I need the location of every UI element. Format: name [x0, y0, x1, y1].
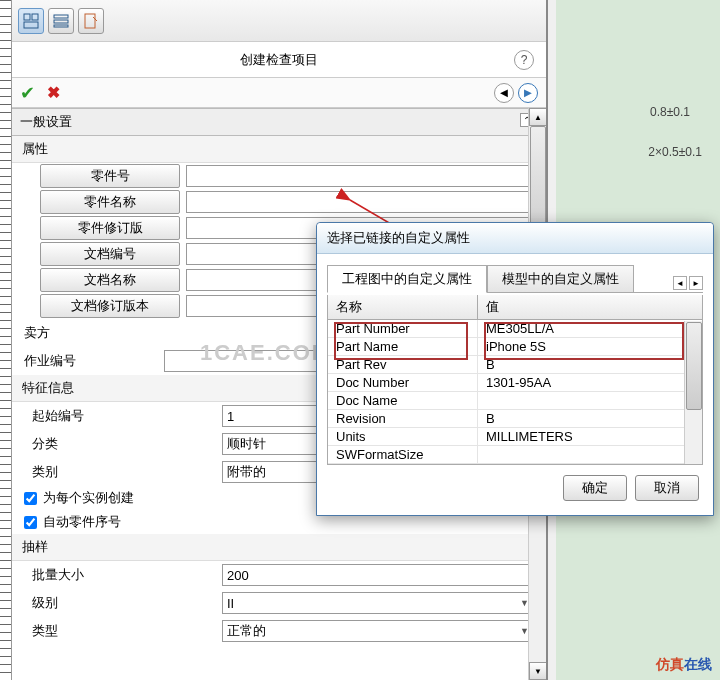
scroll-up-icon[interactable]: ▲ — [529, 108, 546, 126]
part-number-button[interactable]: 零件号 — [40, 164, 180, 188]
col-name: 名称 — [328, 295, 478, 319]
prev-arrow-icon[interactable]: ◄ — [494, 83, 514, 103]
part-number-input[interactable] — [186, 165, 534, 187]
properties-table: 名称 值 Part NumberME305LL/APart NameiPhone… — [327, 295, 703, 465]
row-value: 1301-95AA — [478, 374, 702, 391]
section-general-label: 一般设置 — [20, 114, 72, 129]
classification-label: 分类 — [32, 435, 222, 453]
tab-model-props[interactable]: 模型中的自定义属性 — [487, 265, 634, 293]
doc-rev-button[interactable]: 文档修订版本 — [40, 294, 180, 318]
watermark-center: 1CAE.COM — [200, 340, 332, 366]
table-row[interactable]: Doc Name — [328, 392, 702, 410]
dialog-title: 选择已链接的自定义属性 — [317, 223, 713, 254]
properties-dialog: 选择已链接的自定义属性 工程图中的自定义属性 模型中的自定义属性 ◄► 名称 值… — [316, 222, 714, 516]
start-number-label: 起始编号 — [32, 407, 222, 425]
category-value: 附带的 — [227, 463, 266, 481]
type-label: 类型 — [32, 622, 222, 640]
svg-rect-2 — [24, 22, 38, 28]
svg-rect-4 — [54, 20, 68, 23]
level-dropdown[interactable]: II — [222, 592, 534, 614]
row-value: B — [478, 410, 702, 427]
svg-rect-3 — [54, 15, 68, 18]
tab-scroll-right-icon[interactable]: ► — [689, 276, 703, 290]
table-row[interactable]: SWFormatSize — [328, 446, 702, 464]
row-name: Part Number — [328, 320, 478, 337]
table-row[interactable]: Part NameiPhone 5S — [328, 338, 702, 356]
cancel-icon[interactable]: ✖ — [47, 83, 60, 102]
watermark-corner: 仿真在线 — [656, 656, 712, 674]
category-label: 类别 — [32, 463, 222, 481]
dialog-tabs: 工程图中的自定义属性 模型中的自定义属性 ◄► — [327, 264, 703, 293]
table-row[interactable]: RevisionB — [328, 410, 702, 428]
svg-rect-6 — [85, 14, 95, 28]
doc-number-button[interactable]: 文档编号 — [40, 242, 180, 266]
each-instance-label: 为每个实例创建 — [43, 489, 134, 507]
tool-edit-icon[interactable] — [78, 8, 104, 34]
row-name: Units — [328, 428, 478, 445]
svg-rect-1 — [32, 14, 38, 20]
table-row[interactable]: Part RevB — [328, 356, 702, 374]
tab-scroll-left-icon[interactable]: ◄ — [673, 276, 687, 290]
row-name: Part Rev — [328, 356, 478, 373]
row-name: Doc Name — [328, 392, 478, 409]
accept-icon[interactable]: ✔ — [20, 82, 35, 104]
help-icon[interactable]: ? — [514, 50, 534, 70]
vertical-ruler — [0, 0, 12, 680]
row-value — [478, 446, 702, 463]
part-rev-button[interactable]: 零件修订版 — [40, 216, 180, 240]
table-row[interactable]: Part NumberME305LL/A — [328, 320, 702, 338]
ok-button[interactable]: 确定 — [563, 475, 627, 501]
row-value: B — [478, 356, 702, 373]
scroll-down-icon[interactable]: ▼ — [529, 662, 546, 680]
sub-properties: 属性 — [12, 136, 542, 163]
panel-toolbar — [12, 0, 546, 42]
watermark-a: 仿真 — [656, 656, 684, 672]
tool-layout-icon[interactable] — [18, 8, 44, 34]
table-row[interactable]: UnitsMILLIMETERS — [328, 428, 702, 446]
action-row: ✔ ✖ ◄ ► — [12, 78, 546, 108]
job-number-label: 作业编号 — [24, 352, 164, 370]
table-row[interactable]: Doc Number1301-95AA — [328, 374, 702, 392]
row-value: iPhone 5S — [478, 338, 702, 355]
panel-title: 创建检查项目 — [240, 51, 318, 69]
part-name-input[interactable] — [186, 191, 534, 213]
row-value — [478, 392, 702, 409]
tool-list-icon[interactable] — [48, 8, 74, 34]
row-name: Revision — [328, 410, 478, 427]
level-value: II — [227, 596, 234, 611]
col-value: 值 — [478, 295, 507, 319]
row-name: Doc Number — [328, 374, 478, 391]
classification-value: 顺时针 — [227, 435, 266, 453]
doc-name-button[interactable]: 文档名称 — [40, 268, 180, 292]
batch-size-label: 批量大小 — [32, 566, 222, 584]
tab-drawing-props[interactable]: 工程图中的自定义属性 — [327, 265, 487, 293]
dimension-1: 0.8±0.1 — [650, 105, 690, 119]
dimension-2: 2×0.5±0.1 — [648, 145, 702, 159]
each-instance-checkbox[interactable] — [24, 492, 37, 505]
watermark-b: 在线 — [684, 656, 712, 672]
auto-seq-checkbox[interactable] — [24, 516, 37, 529]
type-value: 正常的 — [227, 622, 266, 640]
next-arrow-icon[interactable]: ► — [518, 83, 538, 103]
svg-rect-5 — [54, 25, 68, 27]
table-scrollbar[interactable] — [684, 321, 702, 464]
section-general[interactable]: 一般设置 ⌃ — [12, 108, 542, 136]
table-scroll-thumb[interactable] — [686, 322, 702, 410]
panel-title-row: 创建检查项目 ? — [12, 42, 546, 78]
cancel-button[interactable]: 取消 — [635, 475, 699, 501]
type-dropdown[interactable]: 正常的 — [222, 620, 534, 642]
seller-label: 卖方 — [24, 324, 164, 342]
batch-size-input[interactable] — [222, 564, 534, 586]
level-label: 级别 — [32, 594, 222, 612]
part-name-button[interactable]: 零件名称 — [40, 190, 180, 214]
section-sampling: 抽样 — [12, 534, 542, 561]
auto-seq-label: 自动零件序号 — [43, 513, 121, 531]
svg-rect-0 — [24, 14, 30, 20]
row-name: Part Name — [328, 338, 478, 355]
row-value: ME305LL/A — [478, 320, 702, 337]
row-value: MILLIMETERS — [478, 428, 702, 445]
row-name: SWFormatSize — [328, 446, 478, 463]
table-header: 名称 值 — [328, 295, 702, 320]
